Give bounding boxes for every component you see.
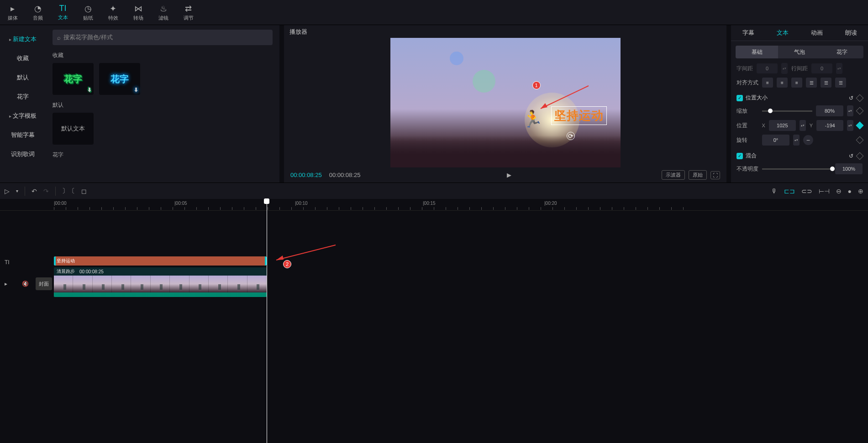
left-sidebar: 新建文本收藏默认花字文字模板智能字幕识别歌词	[0, 25, 46, 182]
playhead[interactable]	[267, 199, 267, 443]
scope-button[interactable]: 示波器	[662, 170, 685, 180]
opacity-slider[interactable]	[762, 168, 831, 170]
stepper-icon[interactable]: ▴▾	[847, 120, 853, 131]
keyframe-icon[interactable]	[856, 107, 864, 115]
sidebar-item[interactable]: 收藏	[0, 49, 46, 68]
timeline[interactable]: |00:00|00:05|00:10|00:15|00:20 TI ▸ 🔇 封面…	[0, 199, 868, 443]
search-input[interactable]: ⌕ 搜索花字颜色/样式	[53, 30, 273, 45]
sidebar-item[interactable]: 默认	[0, 68, 46, 87]
split-icon[interactable]: 〕〔	[62, 187, 75, 195]
text-track-icon[interactable]: TI	[0, 255, 10, 269]
scale-value[interactable]: 80%	[816, 105, 843, 116]
section-favorites: 收藏	[53, 52, 273, 59]
stepper-icon[interactable]: ▴▾	[781, 63, 788, 74]
char-spacing-input[interactable]: 0	[757, 63, 778, 73]
properties-panel: 字幕文本动画朗读 基础气泡花字 字间距 0 ▴▾ 行间距 0 ▴▾ 对齐方式 ≡…	[731, 25, 868, 182]
zoom-out-icon[interactable]: ⊖	[836, 188, 842, 195]
selection-tool-icon[interactable]: ▷	[5, 188, 10, 195]
prop-tab[interactable]: 朗读	[834, 25, 868, 41]
prop-tab[interactable]: 文本	[765, 25, 800, 41]
nav-媒体[interactable]: ▸媒体	[0, 0, 25, 25]
opacity-value[interactable]: 100%	[835, 163, 863, 174]
mic-icon[interactable]: 🎙	[771, 188, 778, 195]
original-button[interactable]: 原始	[689, 170, 707, 180]
reset-icon[interactable]: ↺	[849, 95, 853, 101]
line-spacing-input[interactable]: 0	[811, 63, 832, 73]
nav-贴纸[interactable]: ◷贴纸	[75, 0, 100, 25]
fullscreen-icon[interactable]: ⛶	[710, 171, 720, 179]
default-text-thumb[interactable]: 默认文本	[53, 113, 94, 145]
undo-icon[interactable]: ↶	[32, 188, 37, 195]
nav-特效[interactable]: ✦特效	[100, 0, 126, 25]
prop-subtab[interactable]: 气泡	[778, 46, 821, 58]
annotation-1: 1	[532, 81, 541, 89]
prop-tab[interactable]: 字幕	[731, 25, 765, 41]
align-right-icon[interactable]: ≡	[791, 78, 802, 88]
ruler-mark: |00:05	[174, 201, 187, 206]
align-middle-icon[interactable]: ☰	[821, 78, 831, 88]
chevron-down-icon[interactable]: ▾	[16, 188, 18, 193]
rotate-input[interactable]: 0°	[762, 135, 789, 146]
mute-icon[interactable]: 🔇	[17, 277, 29, 291]
stepper-icon[interactable]: ▴▾	[800, 120, 806, 131]
checkbox-icon[interactable]: ✓	[736, 153, 743, 159]
sidebar-item[interactable]: 文字模板	[0, 106, 46, 125]
stepper-icon[interactable]: ▴▾	[836, 63, 842, 74]
mark-icon[interactable]: ⊢⊣	[819, 188, 830, 195]
keyframe-icon[interactable]	[856, 152, 864, 160]
sidebar-item[interactable]: 花字	[0, 87, 46, 106]
nav-滤镜[interactable]: ♨滤镜	[151, 0, 176, 25]
scale-slider[interactable]	[762, 110, 812, 112]
nav-文本[interactable]: TI文本	[50, 0, 75, 25]
stepper-icon[interactable]: ▴▾	[847, 105, 853, 116]
crop-icon[interactable]: ◻	[81, 188, 87, 195]
prop-subtab[interactable]: 基础	[736, 46, 778, 58]
video-preview[interactable]: 🏃 坚持运动 ⟳ 1	[390, 38, 621, 167]
text-clip[interactable]: 坚持运动	[54, 256, 267, 266]
text-overlay-box[interactable]: 坚持运动	[551, 106, 607, 125]
download-icon[interactable]: ⬇	[87, 87, 92, 93]
play-icon[interactable]: ▶	[507, 172, 511, 178]
nav-音频[interactable]: ◔音频	[25, 0, 50, 25]
checkbox-icon[interactable]: ✓	[736, 95, 743, 101]
sidebar-item[interactable]: 识别歌词	[0, 145, 46, 164]
magnet-icon[interactable]: ⊏⊐	[784, 188, 795, 195]
keyframe-icon[interactable]	[856, 94, 864, 102]
zoom-slider[interactable]: ●	[848, 188, 852, 195]
align-top-icon[interactable]: ☰	[806, 78, 817, 88]
prop-tab[interactable]: 动画	[800, 25, 834, 41]
align-bottom-icon[interactable]: ☰	[835, 78, 846, 88]
keyframe-icon[interactable]	[856, 122, 864, 130]
align-center-icon[interactable]: ≡	[777, 78, 788, 88]
cover-button[interactable]: 封面	[36, 277, 52, 290]
download-icon[interactable]: ⬇	[134, 87, 138, 93]
sidebar-item[interactable]: 新建文本	[0, 30, 46, 49]
nav-icon: TI	[59, 4, 67, 13]
redo-icon[interactable]: ↷	[43, 188, 49, 195]
player-stage[interactable]: 🏃 坚持运动 ⟳ 1	[284, 38, 726, 167]
pos-x-input[interactable]: 1025	[769, 120, 796, 131]
nav-调节[interactable]: ⇄调节	[176, 0, 201, 25]
rotate-handle-icon[interactable]: ⟳	[567, 132, 575, 140]
video-track-icon[interactable]: ▸	[0, 277, 7, 291]
reset-icon[interactable]: ↺	[849, 153, 853, 159]
keyframe-icon[interactable]	[856, 136, 864, 144]
search-icon: ⌕	[57, 34, 61, 41]
zoom-in-icon[interactable]: ⊕	[858, 188, 863, 195]
stepper-icon[interactable]: ▴▾	[793, 135, 800, 146]
svg-marker-3	[276, 255, 284, 260]
properties-subtabs: 基础气泡花字	[736, 46, 863, 58]
ruler-mark: |00:10	[295, 201, 308, 206]
text-style-thumb[interactable]: 花字 ⬇	[53, 63, 94, 95]
sidebar-item[interactable]: 智能字幕	[0, 125, 46, 145]
nav-转场[interactable]: ⋈转场	[126, 0, 151, 25]
time-ruler[interactable]: |00:00|00:05|00:10|00:15|00:20	[0, 199, 868, 211]
prop-subtab[interactable]: 花字	[821, 46, 863, 58]
runner-silhouette: 🏃	[522, 109, 543, 129]
text-style-thumb[interactable]: 花字 ⬇	[99, 63, 140, 95]
link-icon[interactable]: ⊂⊃	[801, 188, 812, 195]
rotate-dial-icon[interactable]: –	[803, 135, 813, 145]
pos-y-input[interactable]: -194	[816, 120, 843, 131]
video-clip[interactable]: 清晨跑步 00:00:08:25	[54, 267, 267, 297]
align-left-icon[interactable]: ≡	[762, 78, 773, 88]
